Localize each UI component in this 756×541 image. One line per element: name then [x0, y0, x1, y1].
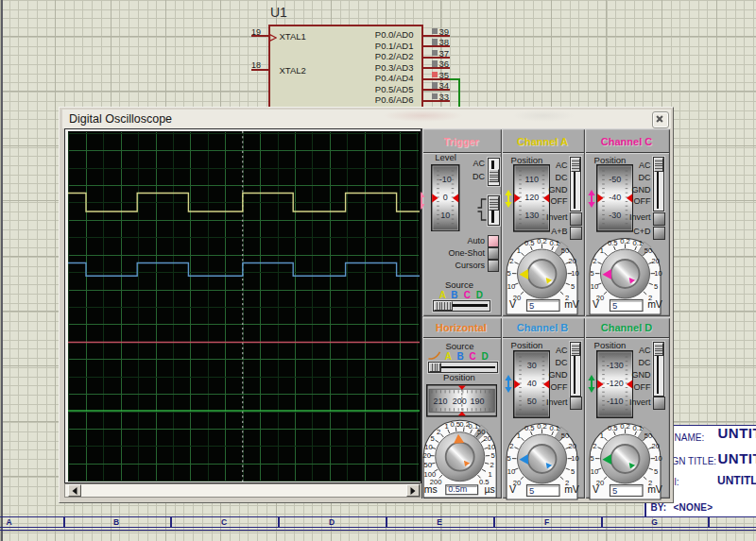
svg-text:5: 5 [654, 282, 658, 291]
svg-text:5: 5 [612, 485, 617, 496]
svg-text:V: V [593, 298, 599, 310]
svg-text:50: 50 [423, 461, 431, 469]
svg-text:10: 10 [507, 467, 515, 476]
svg-text:5: 5 [571, 467, 575, 476]
svg-text:V: V [509, 483, 516, 495]
svg-text:2: 2 [593, 442, 596, 450]
svg-text:0.1: 0.1 [633, 239, 644, 247]
svg-text:20: 20 [568, 257, 576, 265]
svg-text:0.2: 0.2 [620, 422, 630, 431]
svg-text:20: 20 [651, 257, 659, 265]
svg-text:20: 20 [422, 451, 430, 460]
svg-text:10: 10 [424, 443, 432, 451]
svg-text:1: 1 [600, 431, 604, 440]
svg-text:5: 5 [612, 300, 617, 311]
svg-text:0.1: 0.1 [633, 424, 644, 432]
svg-text:10: 10 [654, 269, 662, 278]
svg-text:10: 10 [440, 211, 450, 220]
svg-text:ms: ms [424, 483, 438, 495]
svg-text:0.2: 0.2 [537, 237, 547, 245]
svg-text:0.5m: 0.5m [448, 484, 467, 494]
svg-text:210: 210 [433, 397, 447, 406]
svg-text:5: 5 [491, 451, 495, 460]
svg-text:µs: µs [485, 483, 495, 495]
svg-text:2: 2 [490, 461, 494, 469]
svg-text:5: 5 [529, 300, 534, 311]
svg-text:5: 5 [507, 454, 510, 463]
svg-text:10: 10 [571, 269, 578, 278]
svg-text:5: 5 [507, 269, 510, 278]
svg-text:V: V [509, 298, 516, 310]
svg-text:0.5: 0.5 [524, 239, 535, 247]
svg-text:5: 5 [654, 467, 658, 476]
svg-text:10: 10 [488, 443, 495, 451]
svg-text:1: 1 [600, 246, 604, 255]
svg-text:50: 50 [644, 431, 652, 440]
svg-text:5: 5 [529, 485, 534, 496]
svg-text:10: 10 [507, 282, 515, 291]
svg-text:mV: mV [564, 298, 579, 310]
svg-text:0: 0 [443, 193, 448, 202]
svg-text:V: V [593, 483, 599, 495]
svg-text:0.1: 0.1 [550, 424, 560, 432]
svg-text:1: 1 [517, 246, 521, 255]
svg-text:5: 5 [431, 434, 435, 443]
svg-text:20: 20 [651, 442, 659, 450]
svg-text:10: 10 [591, 467, 598, 476]
svg-text:mV: mV [564, 483, 579, 495]
svg-text:mV: mV [647, 483, 662, 495]
svg-text:5: 5 [571, 282, 575, 291]
svg-text:1: 1 [517, 431, 521, 440]
svg-text:0.5: 0.5 [608, 239, 618, 247]
svg-text:50: 50 [644, 246, 652, 255]
svg-text:50: 50 [561, 246, 569, 255]
svg-text:0.2: 0.2 [620, 237, 630, 245]
svg-text:2: 2 [437, 428, 440, 436]
svg-text:0.1: 0.1 [550, 239, 560, 247]
svg-text:0.2: 0.2 [537, 422, 547, 431]
svg-text:10: 10 [571, 454, 578, 463]
svg-text:2: 2 [593, 257, 596, 265]
svg-text:2: 2 [509, 257, 513, 265]
svg-text:mV: mV [647, 298, 662, 310]
svg-text:1: 1 [444, 422, 448, 431]
svg-text:20: 20 [568, 442, 576, 450]
svg-text:2: 2 [509, 442, 513, 450]
svg-text:0.5: 0.5 [608, 424, 618, 432]
svg-text:20: 20 [483, 434, 490, 443]
svg-text:10: 10 [654, 454, 662, 463]
svg-text:50: 50 [561, 431, 569, 440]
svg-text:5: 5 [590, 269, 593, 278]
svg-text:5: 5 [590, 454, 593, 463]
svg-text:100: 100 [423, 470, 436, 479]
svg-text:0.5: 0.5 [524, 424, 535, 432]
svg-text:10: 10 [591, 282, 598, 291]
